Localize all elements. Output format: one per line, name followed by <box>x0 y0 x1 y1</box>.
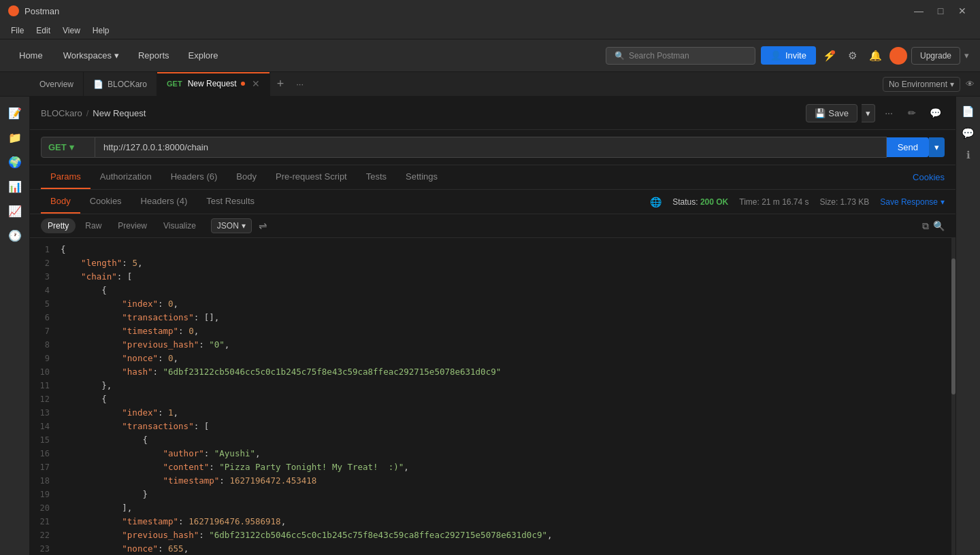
json-line-11: 11 }, <box>30 380 956 393</box>
sidebar-history-icon[interactable]: 📊 <box>4 175 26 197</box>
req-tab-params[interactable]: Params <box>41 165 91 189</box>
add-tab-button[interactable]: + <box>270 72 291 96</box>
json-line-3: 3 "chain": [ <box>30 271 956 284</box>
close-button[interactable]: ✕ <box>953 4 972 18</box>
tab-new-request-label: New Request <box>188 79 237 88</box>
titlebar: Postman — □ ✕ <box>0 0 980 22</box>
response-tabs-bar: Body Cookies Headers (4) Test Results 🌐 … <box>30 190 956 214</box>
copy-icon[interactable]: ⧉ <box>922 220 929 232</box>
eye-icon[interactable]: 👁 <box>966 79 975 89</box>
edit-icon[interactable]: ✏ <box>902 103 921 122</box>
upgrade-caret[interactable]: ▾ <box>964 50 969 61</box>
req-tab-headers[interactable]: Headers (6) <box>161 165 227 189</box>
breadcrumb-parent[interactable]: BLOCkaro <box>41 108 82 118</box>
menu-view[interactable]: View <box>57 24 86 37</box>
tab-new-request[interactable]: GET New Request ✕ <box>157 72 270 96</box>
json-line-17: 17 "content": "Pizza Party Tonight! My T… <box>30 461 956 475</box>
left-sidebar: 📝 📁 🌍 📊 📈 🕐 <box>0 97 30 555</box>
json-line-14: 14 "transactions": [ <box>30 420 956 434</box>
scrollbar[interactable] <box>951 238 956 555</box>
sidebar-monitor-icon[interactable]: 📈 <box>4 200 26 222</box>
nav-workspaces[interactable]: Workspaces ▾ <box>56 46 126 65</box>
breadcrumb-separator: / <box>86 108 89 118</box>
resp-tab-headers[interactable]: Headers (4) <box>131 190 197 214</box>
topnav-icons: 👤 Invite ⚡ ⚙ 🔔 Upgrade ▾ <box>761 46 969 65</box>
minimize-button[interactable]: — <box>909 4 928 18</box>
nav-explore[interactable]: Explore <box>182 46 225 65</box>
nav-reports[interactable]: Reports <box>131 46 176 65</box>
time-label: Time: 21 m 16.74 s <box>739 197 808 207</box>
tab-overview-label: Overview <box>39 80 74 89</box>
sidebar-clock-icon[interactable]: 🕐 <box>4 224 26 246</box>
topnav: Home Workspaces ▾ Reports Explore 🔍 Sear… <box>0 39 980 72</box>
menu-edit[interactable]: Edit <box>31 24 56 37</box>
tab-blockkaro[interactable]: 📄 BLOCKaro <box>84 72 157 96</box>
req-tab-body[interactable]: Body <box>227 165 266 189</box>
save-button[interactable]: 💾 Save <box>806 104 858 122</box>
json-viewer[interactable]: 1 { 2 "length": 5, 3 "chain": [ 4 { <box>30 238 956 555</box>
response-area: Body Cookies Headers (4) Test Results 🌐 … <box>30 190 956 555</box>
invite-button[interactable]: 👤 Invite <box>761 46 816 65</box>
menu-help[interactable]: Help <box>87 24 115 37</box>
save-response-button[interactable]: Save Response ▾ <box>880 197 945 207</box>
save-caret-button[interactable]: ▾ <box>862 104 875 122</box>
req-tab-authorization[interactable]: Authorization <box>91 165 161 189</box>
resp-tab-cookies[interactable]: Cookies <box>80 190 131 214</box>
menu-file[interactable]: File <box>5 24 29 37</box>
avatar[interactable] <box>889 47 907 65</box>
json-line-5: 5 "index": 0, <box>30 298 956 312</box>
right-sidebar-comment-icon[interactable]: 💬 <box>959 124 978 143</box>
json-line-12: 12 { <box>30 393 956 407</box>
bell-icon[interactable]: 🔔 <box>866 46 885 65</box>
json-line-4: 4 { <box>30 284 956 298</box>
more-options-button[interactable]: ··· <box>879 103 898 122</box>
json-line-21: 21 "timestamp": 1627196476.9586918, <box>30 516 956 529</box>
search-body-icon[interactable]: 🔍 <box>933 220 945 232</box>
language-label: JSON <box>217 221 239 231</box>
resp-tab-test-results[interactable]: Test Results <box>197 190 264 214</box>
req-tab-tests[interactable]: Tests <box>357 165 396 189</box>
content-area: BLOCkaro / New Request 💾 Save ▾ ··· ✏ 💬 … <box>30 97 956 555</box>
environment-dropdown[interactable]: No Environment ▾ <box>883 77 960 92</box>
lightning-icon[interactable]: ⚡ <box>820 46 839 65</box>
json-line-16: 16 "author": "Ayushi", <box>30 448 956 461</box>
nav-home[interactable]: Home <box>11 46 51 65</box>
right-sidebar-info-icon[interactable]: ℹ <box>959 146 978 165</box>
sidebar-new-icon[interactable]: 📝 <box>4 102 26 124</box>
scrollbar-thumb[interactable] <box>951 258 956 394</box>
language-selector[interactable]: JSON ▾ <box>211 218 252 233</box>
send-caret-button[interactable]: ▾ <box>929 137 945 157</box>
req-tab-prerequest[interactable]: Pre-request Script <box>266 165 357 189</box>
format-pretty-button[interactable]: Pretty <box>41 218 76 233</box>
sidebar-collections-icon[interactable]: 📁 <box>4 127 26 148</box>
right-sidebar-doc-icon[interactable]: 📄 <box>959 102 978 121</box>
send-button[interactable]: Send <box>887 137 929 157</box>
upgrade-button[interactable]: Upgrade <box>911 47 960 65</box>
cookies-link[interactable]: Cookies <box>913 166 945 188</box>
url-input[interactable] <box>95 137 887 158</box>
format-raw-button[interactable]: Raw <box>78 218 108 233</box>
search-icon: 🔍 <box>615 51 625 61</box>
globe-icon: 🌐 <box>650 197 662 207</box>
size-label: Size: 1.73 KB <box>820 197 870 207</box>
settings-icon[interactable]: ⚙ <box>843 46 862 65</box>
sidebar-environments-icon[interactable]: 🌍 <box>4 151 26 173</box>
comment-icon[interactable]: 💬 <box>926 103 945 122</box>
filter-icon[interactable]: ⇌ <box>259 220 267 232</box>
resp-tab-body[interactable]: Body <box>41 190 80 214</box>
format-preview-button[interactable]: Preview <box>111 218 154 233</box>
req-tab-settings[interactable]: Settings <box>396 165 447 189</box>
invite-icon: 👤 <box>770 50 781 61</box>
maximize-button[interactable]: □ <box>931 4 950 18</box>
format-visualize-button[interactable]: Visualize <box>157 218 203 233</box>
titlebar-controls[interactable]: — □ ✕ <box>909 4 972 18</box>
tab-blockkaro-label: BLOCKaro <box>108 80 147 89</box>
more-tabs-button[interactable]: ··· <box>291 72 309 96</box>
main-layout: 📝 📁 🌍 📊 📈 🕐 BLOCkaro / New Request 💾 Sav… <box>0 97 980 555</box>
save-icon: 💾 <box>815 108 826 118</box>
search-bar[interactable]: 🔍 Search Postman <box>606 47 755 65</box>
method-selector[interactable]: GET ▾ <box>41 137 95 158</box>
tab-close-icon[interactable]: ✕ <box>252 78 260 89</box>
json-line-6: 6 "transactions": [], <box>30 312 956 325</box>
tab-overview[interactable]: Overview <box>30 72 84 96</box>
